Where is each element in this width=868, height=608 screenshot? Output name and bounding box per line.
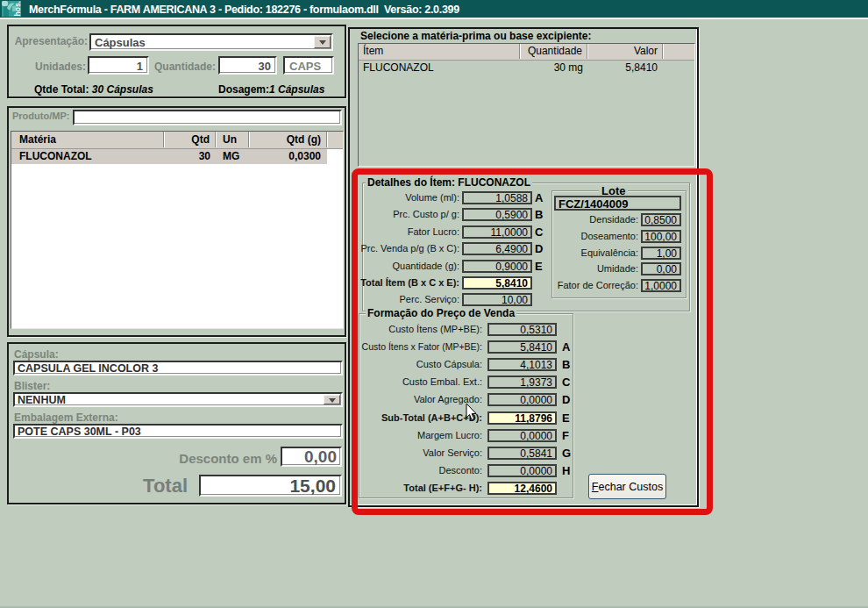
svg-text:hos.: hos. — [13, 1, 22, 16]
